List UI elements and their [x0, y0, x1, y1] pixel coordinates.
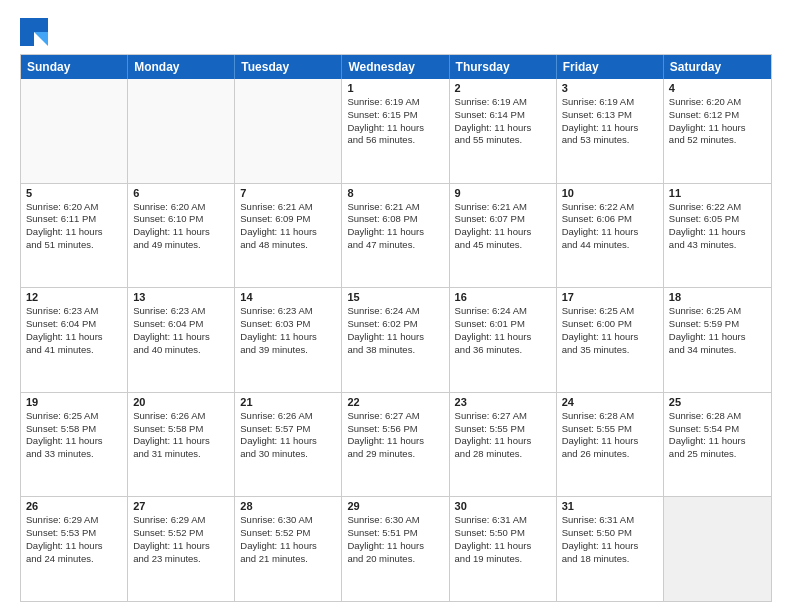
cell-line: Daylight: 11 hours: [240, 540, 336, 553]
page: SundayMondayTuesdayWednesdayThursdayFrid…: [0, 0, 792, 612]
cell-line: and 51 minutes.: [26, 239, 122, 252]
calendar-cell: 5Sunrise: 6:20 AMSunset: 6:11 PMDaylight…: [21, 184, 128, 288]
calendar-cell: 16Sunrise: 6:24 AMSunset: 6:01 PMDayligh…: [450, 288, 557, 392]
calendar-row: 5Sunrise: 6:20 AMSunset: 6:11 PMDaylight…: [21, 183, 771, 288]
cell-line: and 31 minutes.: [133, 448, 229, 461]
day-number: 11: [669, 187, 766, 199]
cell-line: Sunrise: 6:23 AM: [26, 305, 122, 318]
cell-line: Sunrise: 6:31 AM: [562, 514, 658, 527]
cell-line: and 36 minutes.: [455, 344, 551, 357]
calendar-cell: 14Sunrise: 6:23 AMSunset: 6:03 PMDayligh…: [235, 288, 342, 392]
day-number: 9: [455, 187, 551, 199]
cell-line: and 18 minutes.: [562, 553, 658, 566]
cell-line: Daylight: 11 hours: [455, 435, 551, 448]
cell-line: and 56 minutes.: [347, 134, 443, 147]
cell-line: Daylight: 11 hours: [347, 122, 443, 135]
cell-line: Sunset: 5:51 PM: [347, 527, 443, 540]
calendar-cell: 29Sunrise: 6:30 AMSunset: 5:51 PMDayligh…: [342, 497, 449, 601]
calendar-cell: 6Sunrise: 6:20 AMSunset: 6:10 PMDaylight…: [128, 184, 235, 288]
cell-line: and 21 minutes.: [240, 553, 336, 566]
cell-line: Sunrise: 6:24 AM: [455, 305, 551, 318]
calendar-cell: 21Sunrise: 6:26 AMSunset: 5:57 PMDayligh…: [235, 393, 342, 497]
cell-line: Sunrise: 6:28 AM: [562, 410, 658, 423]
cell-line: Daylight: 11 hours: [562, 226, 658, 239]
cell-line: Daylight: 11 hours: [455, 331, 551, 344]
cell-line: Sunrise: 6:24 AM: [347, 305, 443, 318]
day-number: 19: [26, 396, 122, 408]
cell-line: Sunrise: 6:30 AM: [240, 514, 336, 527]
cell-line: and 47 minutes.: [347, 239, 443, 252]
weekday-header: Saturday: [664, 55, 771, 79]
calendar-cell: 17Sunrise: 6:25 AMSunset: 6:00 PMDayligh…: [557, 288, 664, 392]
svg-rect-2: [20, 32, 34, 46]
cell-line: Daylight: 11 hours: [347, 540, 443, 553]
cell-line: Sunset: 5:50 PM: [562, 527, 658, 540]
cell-line: Sunrise: 6:19 AM: [562, 96, 658, 109]
cell-line: Daylight: 11 hours: [26, 331, 122, 344]
cell-line: Daylight: 11 hours: [133, 331, 229, 344]
cell-line: Daylight: 11 hours: [562, 331, 658, 344]
cell-line: and 44 minutes.: [562, 239, 658, 252]
day-number: 3: [562, 82, 658, 94]
cell-line: and 45 minutes.: [455, 239, 551, 252]
cell-line: Sunrise: 6:29 AM: [26, 514, 122, 527]
cell-line: and 41 minutes.: [26, 344, 122, 357]
cell-line: Sunrise: 6:25 AM: [669, 305, 766, 318]
cell-line: Daylight: 11 hours: [26, 226, 122, 239]
cell-line: Sunrise: 6:29 AM: [133, 514, 229, 527]
calendar-cell: 18Sunrise: 6:25 AMSunset: 5:59 PMDayligh…: [664, 288, 771, 392]
logo: [20, 18, 52, 46]
cell-line: and 24 minutes.: [26, 553, 122, 566]
cell-line: Sunrise: 6:19 AM: [347, 96, 443, 109]
cell-line: Sunset: 6:13 PM: [562, 109, 658, 122]
cell-line: Daylight: 11 hours: [240, 226, 336, 239]
cell-line: and 52 minutes.: [669, 134, 766, 147]
day-number: 15: [347, 291, 443, 303]
calendar-cell: 22Sunrise: 6:27 AMSunset: 5:56 PMDayligh…: [342, 393, 449, 497]
cell-line: Daylight: 11 hours: [669, 331, 766, 344]
cell-line: Sunset: 5:58 PM: [133, 423, 229, 436]
weekday-header: Friday: [557, 55, 664, 79]
cell-line: Daylight: 11 hours: [562, 540, 658, 553]
cell-line: Daylight: 11 hours: [347, 331, 443, 344]
cell-line: Sunrise: 6:21 AM: [347, 201, 443, 214]
cell-line: Sunset: 5:50 PM: [455, 527, 551, 540]
day-number: 7: [240, 187, 336, 199]
calendar-cell: [235, 79, 342, 183]
cell-line: Sunset: 6:03 PM: [240, 318, 336, 331]
cell-line: and 34 minutes.: [669, 344, 766, 357]
weekday-header: Sunday: [21, 55, 128, 79]
cell-line: Sunset: 5:52 PM: [133, 527, 229, 540]
cell-line: Sunrise: 6:22 AM: [669, 201, 766, 214]
cell-line: and 38 minutes.: [347, 344, 443, 357]
cell-line: Sunrise: 6:20 AM: [669, 96, 766, 109]
calendar-cell: 7Sunrise: 6:21 AMSunset: 6:09 PMDaylight…: [235, 184, 342, 288]
cell-line: Sunset: 6:12 PM: [669, 109, 766, 122]
calendar-cell: [128, 79, 235, 183]
calendar-cell: 10Sunrise: 6:22 AMSunset: 6:06 PMDayligh…: [557, 184, 664, 288]
cell-line: Daylight: 11 hours: [347, 226, 443, 239]
day-number: 2: [455, 82, 551, 94]
cell-line: and 19 minutes.: [455, 553, 551, 566]
day-number: 18: [669, 291, 766, 303]
calendar-row: 26Sunrise: 6:29 AMSunset: 5:53 PMDayligh…: [21, 496, 771, 601]
cell-line: Daylight: 11 hours: [240, 331, 336, 344]
cell-line: Daylight: 11 hours: [455, 540, 551, 553]
cell-line: Sunrise: 6:23 AM: [133, 305, 229, 318]
cell-line: Daylight: 11 hours: [133, 435, 229, 448]
day-number: 16: [455, 291, 551, 303]
cell-line: and 26 minutes.: [562, 448, 658, 461]
cell-line: Sunset: 5:56 PM: [347, 423, 443, 436]
calendar-row: 12Sunrise: 6:23 AMSunset: 6:04 PMDayligh…: [21, 287, 771, 392]
cell-line: Daylight: 11 hours: [562, 122, 658, 135]
cell-line: Sunrise: 6:26 AM: [133, 410, 229, 423]
cell-line: Daylight: 11 hours: [669, 226, 766, 239]
day-number: 4: [669, 82, 766, 94]
cell-line: Daylight: 11 hours: [240, 435, 336, 448]
calendar-cell: 4Sunrise: 6:20 AMSunset: 6:12 PMDaylight…: [664, 79, 771, 183]
cell-line: and 23 minutes.: [133, 553, 229, 566]
cell-line: and 25 minutes.: [669, 448, 766, 461]
calendar-cell: [664, 497, 771, 601]
calendar-body: 1Sunrise: 6:19 AMSunset: 6:15 PMDaylight…: [21, 79, 771, 601]
cell-line: Sunrise: 6:25 AM: [562, 305, 658, 318]
